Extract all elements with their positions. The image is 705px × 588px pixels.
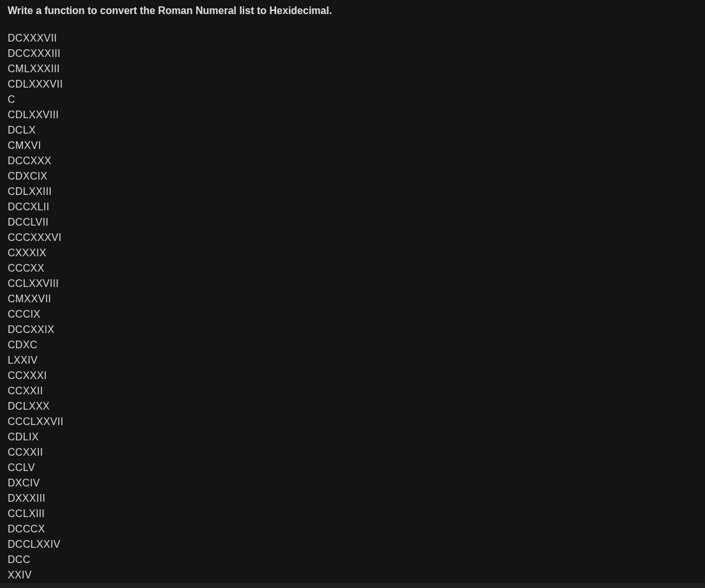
roman-numeral-item: C bbox=[8, 92, 697, 107]
roman-numeral-item: DCLX bbox=[8, 123, 697, 138]
roman-numeral-item: CDXCIX bbox=[8, 169, 697, 184]
roman-numeral-item: DCCXLII bbox=[8, 199, 697, 215]
roman-numeral-item: DCCLXXIV bbox=[8, 537, 697, 552]
document-content: Write a function to convert the Roman Nu… bbox=[0, 0, 705, 584]
roman-numeral-item: CCXXII bbox=[8, 383, 697, 399]
roman-numeral-item: XXIV bbox=[8, 568, 697, 583]
roman-numeral-item: CDLXXVIII bbox=[8, 107, 697, 123]
roman-numeral-item: CCCLXXVII bbox=[8, 414, 697, 429]
roman-numeral-item: CMLXXXIII bbox=[8, 61, 697, 77]
roman-numeral-item: CCLXXVIII bbox=[8, 276, 697, 291]
roman-numeral-item: DCCLVII bbox=[8, 215, 697, 230]
roman-numeral-item: DCLXXX bbox=[8, 399, 697, 414]
roman-numeral-item: DCCXXX bbox=[8, 153, 697, 169]
roman-numeral-item: LXXIV bbox=[8, 353, 697, 368]
roman-numeral-item: CCCXX bbox=[8, 261, 697, 276]
roman-numeral-item: CDLIX bbox=[8, 429, 697, 445]
roman-numeral-item: DCXXXVII bbox=[8, 31, 697, 46]
roman-numeral-item: CCLV bbox=[8, 460, 697, 476]
roman-numeral-item: CCCXXXVI bbox=[8, 230, 697, 245]
roman-numeral-item: DCCCX bbox=[8, 522, 697, 537]
roman-numeral-item: DXXXIII bbox=[8, 491, 697, 506]
roman-numeral-item: CCXXII bbox=[8, 445, 697, 460]
roman-numeral-item: DCC bbox=[8, 552, 697, 568]
roman-numeral-item: CDLXXIII bbox=[8, 184, 697, 199]
roman-numeral-item: CCLXIII bbox=[8, 506, 697, 522]
roman-numeral-item: CDLXXXVII bbox=[8, 77, 697, 92]
bottom-bar bbox=[0, 584, 705, 588]
roman-numeral-list: DCXXXVIIDCCXXXIIICMLXXXIIICDLXXXVIICCDLX… bbox=[8, 31, 697, 584]
roman-numeral-item: DCCXXXIII bbox=[8, 46, 697, 61]
roman-numeral-item: CCCIX bbox=[8, 307, 697, 322]
roman-numeral-item: CMXVI bbox=[8, 138, 697, 153]
roman-numeral-item: CXXXIX bbox=[8, 245, 697, 261]
prompt-heading: Write a function to convert the Roman Nu… bbox=[8, 4, 697, 18]
roman-numeral-item: DCCXXIX bbox=[8, 322, 697, 337]
roman-numeral-item: DXCIV bbox=[8, 476, 697, 491]
roman-numeral-item: CCXXXI bbox=[8, 368, 697, 383]
roman-numeral-item: CMXXVII bbox=[8, 291, 697, 307]
roman-numeral-item: CDXC bbox=[8, 337, 697, 353]
